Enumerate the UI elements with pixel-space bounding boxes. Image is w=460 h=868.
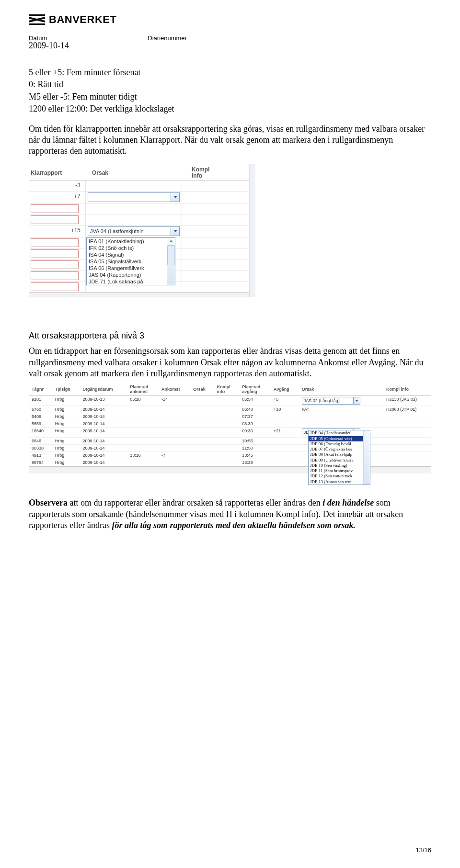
klarrapport-input[interactable]: [31, 282, 79, 291]
klarrapport-input[interactable]: [31, 238, 79, 247]
col-utgangsdatum: Utgångsdatum: [80, 383, 127, 396]
col-planerad-avgang: Planeradavgång: [239, 383, 271, 396]
klarrapport-input[interactable]: [31, 249, 79, 258]
col-avgang: Avgång: [271, 383, 299, 396]
intro-l2: 0: Rätt tid: [29, 79, 431, 90]
panel-right-edge: [249, 164, 255, 297]
orsak-select[interactable]: [88, 192, 180, 202]
observera-bold: Observera: [29, 498, 68, 507]
section2-paragraph: Om en tidrapport har en förseningsorsak …: [29, 346, 431, 379]
svg-marker-6: [173, 196, 177, 198]
col-tagnr: Tågnr: [29, 383, 52, 396]
klarrapport-input[interactable]: [31, 215, 79, 224]
col-kompl-info2: Kompl info: [383, 383, 431, 396]
svg-marker-7: [173, 230, 177, 232]
col-header-kompl-info: Kompl info: [190, 167, 237, 180]
dropdown-item[interactable]: JAS 04 (Rapportering): [87, 271, 175, 278]
col-planerad-ankomst: Planeradankomst: [127, 383, 159, 396]
svg-marker-9: [355, 400, 358, 402]
banverket-logo-icon: [29, 14, 45, 25]
dropdown-item[interactable]: JDE 71 (Lok saknas på: [87, 278, 175, 285]
observera-italic: i den händelse: [322, 498, 374, 507]
table-header-row: Klarrapport Orsak Kompl info: [29, 167, 249, 180]
dropdown-item[interactable]: JDE 06 (Extratåg bestäl: [309, 441, 370, 447]
diarie-label: Diarienummer: [148, 34, 187, 42]
orsak-select[interactable]: JVA 04 (Lastförskjutnin: [88, 226, 180, 236]
table-row: 9281Hrbg2009-10-1305:28-1405:54+5JAS 02 …: [29, 396, 431, 406]
screenshot-klarrapport-table: Klarrapport Orsak Kompl info -3 +7: [29, 167, 249, 297]
orsak-dropdown-list[interactable]: JDE 04 (HandhavandefJDE 05 (Oplanerad vä…: [308, 430, 370, 485]
intro-bullets: 5 eller +5: Fem minuter försenat 0: Rätt…: [29, 67, 431, 157]
svg-marker-8: [169, 240, 173, 242]
chevron-down-icon[interactable]: [171, 227, 179, 236]
select-text: JVA 04 (Lastförskjutnin: [88, 228, 171, 234]
klarrapport-value: +7: [29, 192, 86, 203]
date-value: 2009-10-14: [29, 41, 431, 51]
table-row: +15 JVA 04 (Lastförskjutnin: [29, 225, 249, 237]
svg-rect-2: [29, 23, 45, 25]
table-row: 80338Hrbg2009-10-1411:50: [29, 445, 431, 452]
intro-l1: 5 eller +5: Fem minuter försenat: [29, 67, 431, 78]
table-row: -3: [29, 180, 249, 192]
brand-logo: BANVERKET: [29, 13, 431, 26]
table-footer-strip: [29, 293, 249, 297]
dropdown-item[interactable]: JDE 09 (Utebliven klarra: [309, 458, 370, 463]
col-ankomst: Ankomst: [159, 383, 190, 396]
table-row: 5406Hrbg2009-10-1407:37: [29, 413, 431, 420]
page-number: 13/16: [415, 846, 431, 854]
intro-l3: M5 eller -5: Fem minuter tidigt: [29, 91, 431, 102]
dropdown-item[interactable]: ISA 04 (Signal): [87, 251, 175, 258]
col-header-orsak: Orsak: [90, 167, 190, 180]
observera-paragraph: Observera att om du rapporterar eller än…: [29, 497, 431, 531]
chevron-down-icon[interactable]: [171, 193, 179, 202]
orsak-dropdown-list[interactable]: IEA 01 (Kontaktledning) IFK 02 (Snö och …: [86, 237, 175, 285]
dropdown-item[interactable]: JDE 13 (Annan sen terr: [309, 479, 370, 485]
table-row: 4913Hrbg2009-10-1413:16-713:45: [29, 452, 431, 459]
table-row: [29, 203, 249, 214]
dropdown-item[interactable]: ISA 05 (Signalställverk,: [87, 258, 175, 265]
dropdown-item[interactable]: JDE 11 (Sent bromsprov: [309, 468, 370, 473]
scrollbar[interactable]: [167, 238, 175, 285]
dropdown-item[interactable]: JDE 07 (Övrig extra bes: [309, 447, 370, 452]
dropdown-item[interactable]: JDE 12 (Sen vattentryck: [309, 473, 370, 479]
dropdown-item[interactable]: IEA 01 (Kontaktledning): [87, 238, 175, 245]
table-row: [29, 214, 249, 225]
intro-l4: 1200 eller 12:00: Det verkliga klockslag…: [29, 103, 431, 114]
table-row: 16640Hrbg2009-10-1409:30+21JDE 05 (Oplan…: [29, 428, 431, 438]
scroll-thumb[interactable]: [167, 245, 175, 265]
observera-italic: för alla tåg som rapporterats med den ak…: [112, 520, 356, 530]
klarrapport-input[interactable]: [31, 260, 79, 269]
document-page: BANVERKET Datum Diarienummer 2009-10-14 …: [0, 0, 460, 868]
table-header-row: Tågnr Tplsign Utgångsdatum Planeradankom…: [29, 383, 431, 396]
table-row: 86764Hrbg2009-10-1413:29: [29, 459, 431, 466]
klarrapport-value: -3: [29, 180, 86, 191]
scrollbar[interactable]: [363, 430, 370, 485]
col-header-klarrapport: Klarrapport: [29, 167, 90, 180]
table-row: 5659Hrbg2009-10-1408:39: [29, 420, 431, 428]
dropdown-item[interactable]: ISA 06 (Rangerställverk: [87, 265, 175, 271]
section-heading: Att orsaksrapportera på nivå 3: [29, 331, 431, 341]
klarrapport-input[interactable]: [31, 271, 79, 280]
dropdown-item[interactable]: JDE 05 (Oplanerad väx): [309, 436, 370, 441]
table-row: 6646Hrbg2009-10-1410:55: [29, 438, 431, 445]
dropdown-item[interactable]: JDE 04 (Handhavandef: [309, 430, 370, 436]
table-row: 6760Hrbg2009-10-1405:48+10FATH2068 (JTP …: [29, 406, 431, 413]
dropdown-item[interactable]: JDE 10 (Sen växling): [309, 463, 370, 468]
col-orsak2: Orsak: [299, 383, 383, 396]
col-kompl-info1: Komplinfo: [214, 383, 240, 396]
klarrapport-value: +15: [29, 225, 86, 237]
intro-paragraph: Om tiden för klarrapporten innebär att o…: [29, 124, 431, 157]
scroll-up-icon[interactable]: [169, 238, 173, 245]
screenshot-train-table: Tågnr Tplsign Utgångsdatum Planeradankom…: [29, 383, 431, 473]
chevron-down-icon[interactable]: [353, 397, 360, 404]
table-row: +7: [29, 192, 249, 203]
orsak-select[interactable]: JAS 02 (Långt tåg): [302, 397, 360, 405]
col-orsak1: Orsak: [190, 383, 214, 396]
col-tplsign: Tplsign: [52, 383, 80, 396]
table-footer-strip: [29, 466, 431, 473]
dropdown-item[interactable]: IFK 02 (Snö och is): [87, 245, 175, 251]
dropdown-item[interactable]: JDE 08 (Akut felavhjälp: [309, 452, 370, 457]
brand-name: BANVERKET: [49, 13, 116, 26]
klarrapport-input[interactable]: [31, 204, 79, 213]
